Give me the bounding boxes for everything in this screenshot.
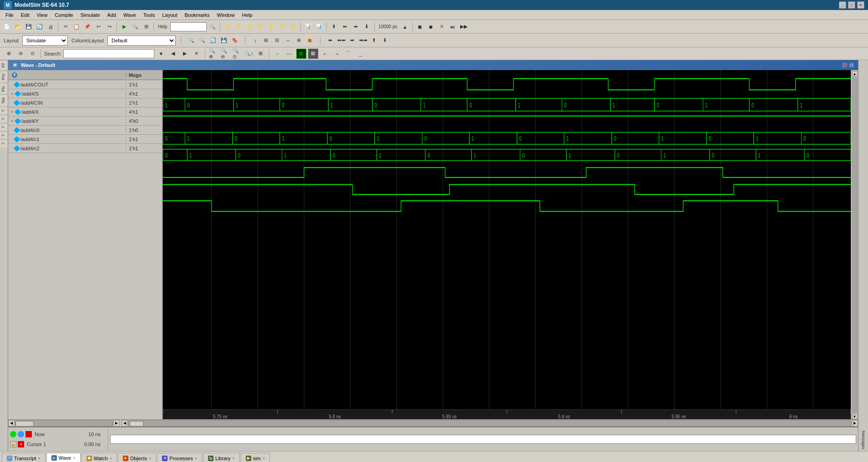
minimize-button[interactable]: _ [839, 1, 846, 9]
tab-sim[interactable]: ▶ sim × [241, 453, 270, 462]
vtab-tas[interactable]: Tas [0, 94, 8, 107]
nav-btn1[interactable]: ⬅ [325, 36, 335, 46]
maximize-button[interactable]: □ [848, 1, 855, 9]
wave-shape8[interactable]: _ [355, 49, 365, 59]
layout-icon1[interactable]: 🔍 [186, 36, 196, 46]
help-input[interactable] [170, 22, 207, 31]
nav-btn3[interactable]: ➡ [347, 36, 357, 46]
signal-row-c0[interactable]: /add4/c0 1'h0 [8, 126, 162, 135]
tab-watch[interactable]: ⌚ Watch × [81, 453, 117, 462]
vtab-q5[interactable]: ? [0, 139, 8, 147]
tab-transcript-close[interactable]: × [38, 456, 41, 461]
cursor-input[interactable] [111, 437, 856, 442]
waveform-svg[interactable]: 1 0 1 0 1 0 1 0 1 [163, 70, 851, 409]
sim-btn6[interactable]: ⚡ [277, 22, 287, 32]
waveform-display[interactable]: 1 0 1 0 1 0 1 0 1 [163, 70, 851, 419]
layout-icon4[interactable]: 💾 [219, 36, 229, 46]
scroll-wave-right-button[interactable]: ▶ [852, 420, 858, 426]
menu-window[interactable]: Window [213, 11, 239, 19]
sim-btn3[interactable]: ⚡ [244, 22, 254, 32]
menu-compile[interactable]: Compile [51, 11, 76, 19]
wave-shape1[interactable]: ⌐ [273, 49, 283, 59]
nav-btn2[interactable]: ⬅⬅ [336, 36, 346, 46]
sim-btn4[interactable]: ⚡ [255, 22, 265, 32]
redo-button[interactable]: ↪ [104, 22, 114, 32]
menu-tools[interactable]: Tools [140, 11, 159, 19]
signal-scroll-track[interactable] [15, 420, 113, 426]
wave-pin-button[interactable]: 📌 [842, 62, 848, 68]
signal-row-cin[interactable]: /add4/CIN 1'h1 [8, 98, 162, 107]
search-clear[interactable]: ✕ [192, 49, 202, 59]
group-btn[interactable]: ⊕ [294, 36, 304, 46]
scroll-left-button[interactable]: ◀ [8, 420, 15, 426]
vtab-q3[interactable]: ? [0, 123, 8, 131]
wave-zoom-in[interactable]: ⊖ [15, 49, 25, 59]
wave-shape7[interactable]: ⌒ [344, 49, 354, 59]
tab-transcript[interactable]: T Transcript × [2, 453, 46, 462]
right-scroll-track[interactable] [852, 77, 858, 413]
tab-wave-close[interactable]: × [73, 456, 75, 460]
signal-row-cout[interactable]: /add4/COUT 1'h1 [8, 80, 162, 89]
tab-objects-close[interactable]: × [149, 456, 151, 461]
vtab-q1[interactable]: ? [0, 107, 8, 115]
signal-row-x[interactable]: + /add4/X 4'h1 [8, 107, 162, 117]
insert-btn[interactable]: ⊞ [261, 36, 271, 46]
undo-button[interactable]: ↩ [93, 22, 103, 32]
tab-wave[interactable]: ≋ Wave × [46, 453, 81, 462]
menu-layout[interactable]: Layout [159, 11, 181, 19]
wave-btn2[interactable]: 📊 [314, 22, 324, 32]
zoom-zoom[interactable]: 🔍⊕ [208, 49, 218, 59]
sim-btn5[interactable]: ⚡ [266, 22, 276, 32]
wave-scroll-track[interactable] [128, 420, 851, 426]
right-scroll-down[interactable]: ▼ [852, 414, 858, 419]
sig-expand-y[interactable]: + [11, 119, 13, 123]
layout-select[interactable]: Simulate [22, 36, 68, 46]
signal-row-c1[interactable]: /add4/c1 1'h1 [8, 135, 162, 144]
horizontal-scrollbar[interactable]: ◀ ▶ ◀ ▶ [8, 419, 858, 426]
zoom-cursor[interactable]: 🔍↕ [244, 49, 254, 59]
menu-file[interactable]: File [2, 11, 17, 19]
menu-view[interactable]: View [33, 11, 51, 19]
paste-button[interactable]: 📌 [82, 22, 92, 32]
menu-simulate[interactable]: Simulate [77, 11, 104, 19]
layout-icon3[interactable]: 🔄 [208, 36, 218, 46]
cursor-input-row[interactable] [110, 435, 856, 444]
close-button[interactable]: × [857, 1, 864, 9]
vtab-fil[interactable]: Fil [0, 60, 8, 71]
menu-bookmarks[interactable]: Bookmarks [181, 11, 213, 19]
tab-processes[interactable]: ⚙ Processes × [157, 453, 202, 462]
signal-row-y[interactable]: + /add4/Y 4'h0 [8, 117, 162, 126]
zoom-sel[interactable]: ⊞ [256, 49, 266, 59]
refresh-button[interactable]: 🔄 [35, 22, 45, 32]
cursor-btn[interactable]: ↕ [250, 36, 260, 46]
sig-expand-x[interactable]: + [11, 110, 13, 114]
nav-btn4[interactable]: ➡➡ [358, 36, 368, 46]
sim-btn7[interactable]: ⚡ [288, 22, 298, 32]
color-btn[interactable]: ◼ [305, 36, 315, 46]
column-layout-select[interactable]: Default [107, 36, 176, 46]
scroll-sig-right-button[interactable]: ▶ [113, 420, 120, 426]
restart-button[interactable]: ⏺ [426, 22, 436, 32]
vtab-q4[interactable]: ? [0, 131, 8, 139]
tab-watch-close[interactable]: × [110, 456, 112, 461]
continue-button[interactable]: ➡ [351, 22, 361, 32]
vtab-flo[interactable]: Flo [0, 83, 8, 95]
vtab-q2[interactable]: ? [0, 115, 8, 123]
run-button[interactable]: ▶ [119, 22, 129, 32]
vtab-pro[interactable]: Pro [0, 71, 8, 83]
scroll-wave-left-button[interactable]: ◀ [122, 420, 128, 426]
layout-icon2[interactable]: 🔍 [197, 36, 207, 46]
wave-max-button[interactable]: □ [849, 62, 854, 68]
stop-button[interactable]: ✕ [437, 22, 447, 32]
wave-shape4[interactable]: ⊠ [308, 49, 318, 59]
wave-shape5[interactable]: ⌐ [320, 49, 330, 59]
menu-wave[interactable]: Wave [120, 11, 140, 19]
signal-tree-expand[interactable]: ▼ [10, 71, 19, 80]
save-button[interactable]: 💾 [24, 22, 34, 32]
find-button[interactable]: 🔍 [130, 22, 140, 32]
print-button[interactable]: 🖨 [46, 22, 56, 32]
move-btn[interactable]: ↔ [283, 36, 293, 46]
search-input[interactable] [63, 49, 154, 58]
window-controls[interactable]: _ □ × [839, 1, 864, 9]
new-button[interactable]: 📄 [2, 22, 12, 32]
